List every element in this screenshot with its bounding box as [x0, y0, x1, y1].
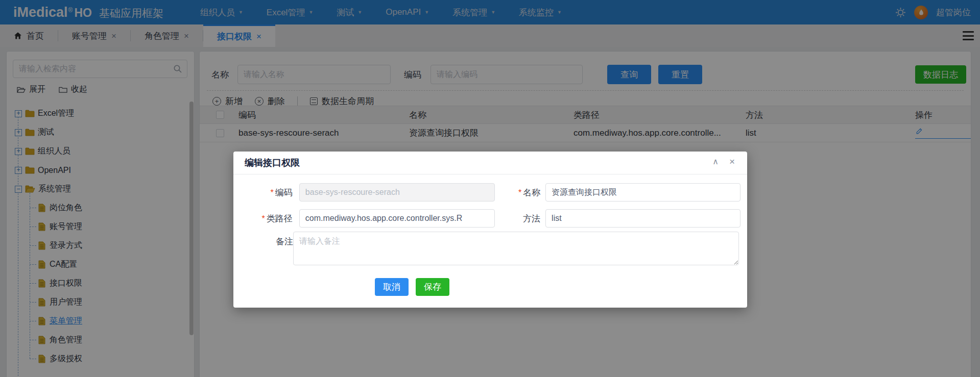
- remark-field-label: 备注: [240, 236, 293, 247]
- classpath-field-label: *类路径: [240, 213, 293, 224]
- cancel-button[interactable]: 取消: [375, 278, 409, 296]
- modal-field-row: *类路径 方法: [240, 209, 740, 228]
- code-field-input: [299, 183, 495, 202]
- save-button[interactable]: 保存: [416, 278, 449, 296]
- remark-field-textarea[interactable]: [293, 232, 739, 265]
- method-field-input[interactable]: [545, 209, 740, 228]
- required-asterisk: *: [271, 188, 274, 197]
- classpath-field-input[interactable]: [299, 209, 495, 228]
- modal-header: 编辑接口权限 ∧ ×: [233, 152, 747, 174]
- modal-title: 编辑接口权限: [245, 157, 300, 169]
- required-asterisk: *: [262, 214, 265, 223]
- modal-field-row: *编码 *名称: [240, 183, 740, 202]
- method-field-label: 方法: [513, 213, 540, 224]
- edit-permission-modal: 编辑接口权限 ∧ × *编码 *名称 *类路径 方法 备注 取消 保存: [233, 152, 747, 308]
- modal-buttons: 取消 保存: [233, 278, 591, 296]
- modal-close-icon[interactable]: ×: [729, 157, 735, 166]
- name-field-input[interactable]: [545, 183, 740, 202]
- app-screen: iMedical ® HO 基础应用框架 组织人员 ▼ Excel管理 ▼ 测试…: [0, 0, 980, 377]
- required-asterisk: *: [518, 188, 521, 197]
- name-field-label: *名称: [513, 187, 540, 198]
- code-field-label: *编码: [240, 187, 293, 198]
- modal-collapse-icon[interactable]: ∧: [712, 158, 719, 166]
